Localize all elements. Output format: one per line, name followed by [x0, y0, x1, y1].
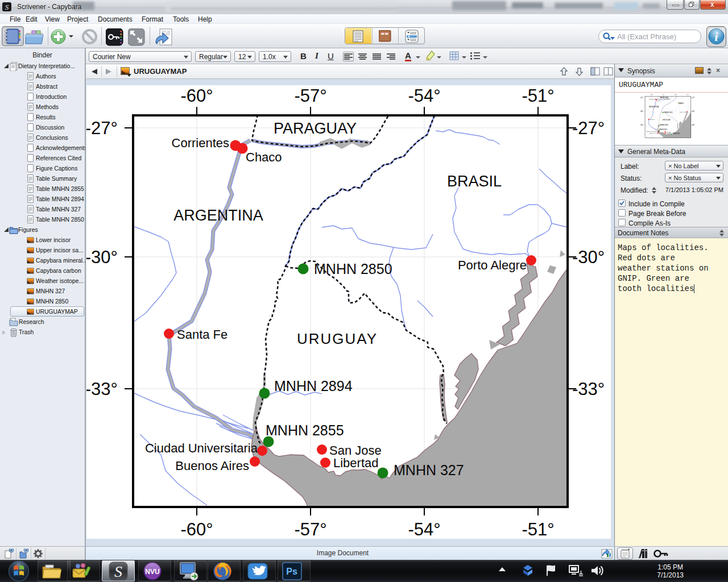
svg-text:S: S: [5, 3, 9, 11]
svg-text:S: S: [114, 563, 122, 580]
svg-text:*: *: [628, 548, 630, 553]
svg-text:NVU: NVU: [145, 568, 159, 576]
svg-text:i: i: [714, 30, 718, 44]
svg-text:Ps: Ps: [286, 567, 297, 576]
